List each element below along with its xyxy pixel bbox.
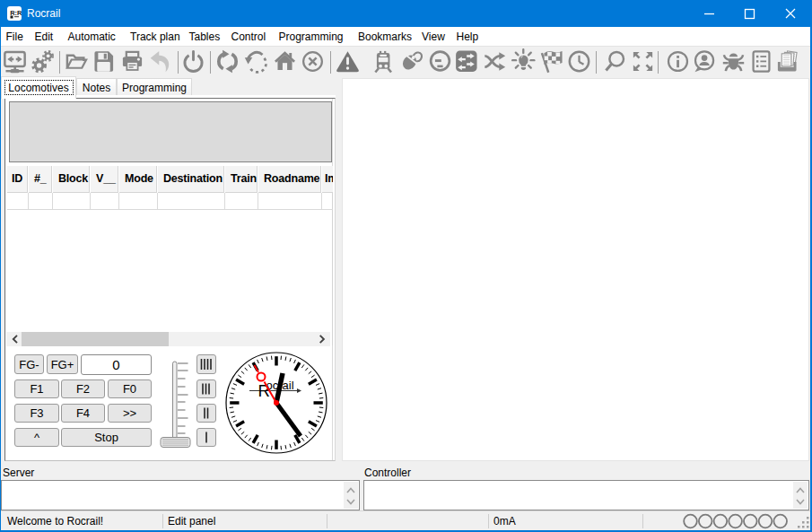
svg-text:R:R: R:R: [10, 9, 22, 17]
